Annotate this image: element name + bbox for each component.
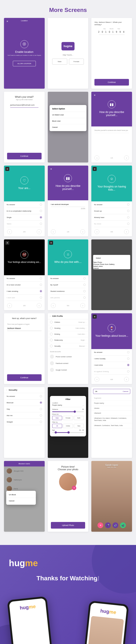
social-row[interactable]: Phone number connect xyxy=(48,353,88,360)
option-row[interactable]: Gay xyxy=(7,406,42,412)
next-button[interactable]: › xyxy=(124,156,129,160)
block-option[interactable]: Block User xyxy=(50,118,87,124)
next-button[interactable]: › xyxy=(37,229,42,234)
option-row[interactable]: No answer xyxy=(94,349,129,356)
search-result[interactable]: People nearby xyxy=(91,401,132,406)
close-icon[interactable]: ✕ xyxy=(49,241,53,245)
search-result[interactable]: Uttarkashi xyxy=(91,411,132,416)
describe-input[interactable]: Describe yourself to someone who doesn't… xyxy=(94,130,129,133)
option-row[interactable]: Already have xyxy=(94,214,129,221)
allow-location-button[interactable]: ALLOW LOCATION xyxy=(13,61,36,66)
topbar-title: Location xyxy=(4,20,45,22)
option-row[interactable]: I dont care xyxy=(7,294,42,301)
next-button[interactable]: › xyxy=(37,303,42,308)
close-icon[interactable]: ✕ xyxy=(93,314,97,318)
close-icon[interactable]: ✕ xyxy=(49,167,53,171)
name-sub: This is how you'll appear on hugme xyxy=(7,324,42,325)
option-row[interactable]: Im a have smoker xyxy=(7,282,42,288)
close-icon[interactable]: ✕ xyxy=(93,93,97,97)
screen-describe-filled: ✕ ▮▮ How do you describe yourself... I a… xyxy=(48,166,88,236)
next-button[interactable]: › xyxy=(124,229,129,234)
close-icon[interactable]: ✕ xyxy=(5,167,9,171)
date-picker[interactable]: 2 01 01 9 9 4 xyxy=(94,31,129,33)
continue-button[interactable]: Continue xyxy=(7,153,42,160)
edit-row[interactable]: ChildrenGrown up› xyxy=(48,319,88,325)
option-row[interactable]: No answer xyxy=(7,202,42,208)
upload-photo-button[interactable]: Upload Photo xyxy=(51,522,85,528)
prev-button[interactable]: ‹ xyxy=(51,303,56,308)
option-row[interactable]: Ask me xyxy=(7,412,42,419)
social-row[interactable]: Facebook connect xyxy=(48,360,88,366)
prev-button[interactable]: ‹ xyxy=(7,229,12,234)
take-photo-option[interactable]: Take Photo xyxy=(93,261,130,263)
option-row[interactable]: Grown up xyxy=(94,208,129,214)
select-video-option[interactable]: Select video xyxy=(93,265,130,267)
social-row[interactable]: Google Connect xyxy=(48,366,88,373)
search-result[interactable]: Uttrakashi, Coimbatore, Tamil Nadu, Indi… xyxy=(91,423,132,428)
cancel-button[interactable]: Cancel xyxy=(123,390,128,392)
close-icon[interactable]: ✕ xyxy=(93,167,97,171)
prev-button[interactable]: ‹ xyxy=(94,377,99,382)
gender-segment[interactable]: MaleFemaleBoth xyxy=(52,416,84,420)
female-option[interactable]: Female xyxy=(69,58,84,64)
search-result[interactable]: Uttrakhand, Eco island, Uttrakashi, Coim… xyxy=(91,416,132,423)
option-row[interactable]: im against drinking xyxy=(94,368,129,375)
option-row[interactable]: No answer xyxy=(94,202,129,208)
next-button[interactable]: › xyxy=(80,303,85,308)
option-row[interactable]: Taken xyxy=(7,221,42,227)
close-icon[interactable]: ✕ xyxy=(5,19,9,23)
continue-button[interactable]: Continue xyxy=(7,374,42,381)
option-row[interactable]: No never xyxy=(94,221,129,227)
email-prompt: What's your email? xyxy=(7,96,42,98)
back-icon[interactable]: ‹ xyxy=(6,389,7,391)
back-icon[interactable]: ‹ xyxy=(50,315,51,317)
option-row[interactable]: No answer xyxy=(7,393,42,400)
next-button[interactable]: › xyxy=(80,229,85,234)
email-input[interactable]: jacksomason@hotmail.com xyxy=(10,102,38,108)
option-row[interactable]: By myself xyxy=(50,282,86,288)
option-row[interactable]: I hate smoking xyxy=(7,288,42,294)
option-row[interactable]: Single xyxy=(7,214,42,221)
location-field[interactable]: People nearby⌄ xyxy=(52,404,84,407)
continue-button[interactable]: Continue xyxy=(94,79,129,86)
option-row[interactable]: Bisexual xyxy=(7,400,42,406)
prev-button[interactable]: ‹ xyxy=(51,229,56,234)
male-option[interactable]: Male xyxy=(52,58,67,64)
distance-slider[interactable] xyxy=(52,412,84,412)
avatar-preview[interactable]: + xyxy=(59,473,77,490)
hangup-button[interactable]: ✕ xyxy=(98,522,103,528)
edit-row[interactable]: SexualityBisexual› xyxy=(48,343,88,349)
option-row[interactable]: im in a complicated relationship xyxy=(7,208,42,214)
prev-button[interactable]: ‹ xyxy=(7,303,12,308)
cancel-option[interactable]: Cancel xyxy=(93,267,130,269)
add-photo-icon[interactable]: + xyxy=(72,486,76,490)
speaker-button[interactable]: 🔊 xyxy=(112,522,118,528)
choose-gallery-option[interactable]: Choose Photo from Gallery xyxy=(93,263,130,265)
search-result[interactable]: Ukraine xyxy=(91,406,132,411)
option-row[interactable]: Straight xyxy=(7,419,42,425)
video-button[interactable]: 📹 xyxy=(120,522,126,528)
edit-row[interactable]: DrinkingI dont drink› xyxy=(48,331,88,337)
filterby-segment[interactable]: AllOnlineNew xyxy=(52,424,84,428)
age-slider[interactable] xyxy=(52,432,84,433)
prev-button[interactable]: ‹ xyxy=(94,156,99,160)
option-row[interactable]: Student residence xyxy=(50,288,86,294)
name-input[interactable]: Jackson Mason xyxy=(7,326,42,331)
describe-input[interactable]: I am android developer xyxy=(51,204,85,207)
option-row[interactable]: No answer xyxy=(7,275,42,282)
cancel-option[interactable]: Cancel xyxy=(6,498,36,504)
mic-button[interactable]: 🎤 xyxy=(105,522,111,528)
next-button[interactable]: › xyxy=(124,377,129,382)
option-row[interactable]: I dont drink xyxy=(94,362,129,368)
cancel-option[interactable]: Cancel xyxy=(50,124,87,130)
edit-row[interactable]: RelationshipSingle› xyxy=(48,337,88,343)
option-row[interactable]: No answer xyxy=(50,275,86,282)
prev-button[interactable]: ‹ xyxy=(94,229,99,234)
close-icon[interactable]: ✕ xyxy=(5,241,9,245)
unblock-option[interactable]: Un Block xyxy=(6,492,36,498)
unmatch-option[interactable]: Un Match User xyxy=(50,112,87,118)
edit-row[interactable]: SmokingI hate smoking› xyxy=(48,325,88,331)
option-row[interactable]: with parents xyxy=(50,294,86,301)
search-bar[interactable]: UkCancel xyxy=(93,389,130,394)
option-row[interactable]: I drink Socially xyxy=(94,356,129,362)
